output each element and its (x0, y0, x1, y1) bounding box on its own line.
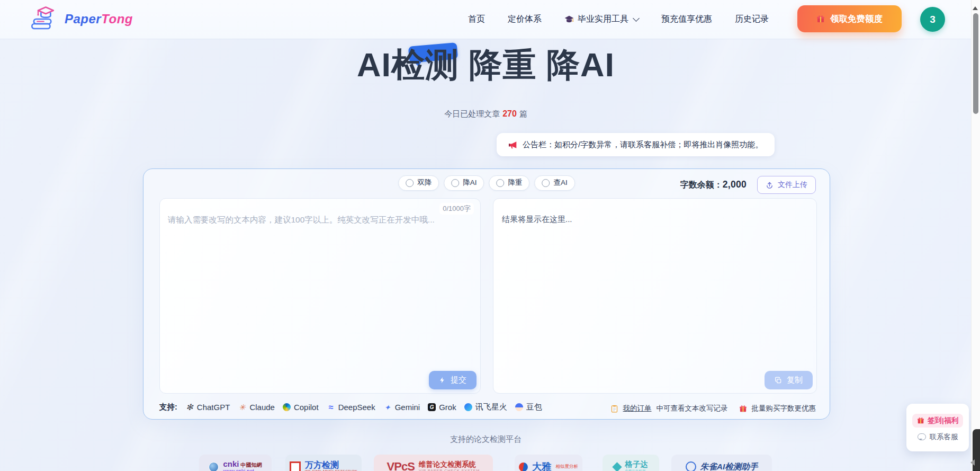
wanfang-icon (290, 461, 301, 471)
platform-vpcs-text: 维普论文检测系统 VIP PAPER CHECK SYSTEM (419, 461, 480, 471)
model-sparkdesk: 讯飞星火 (464, 402, 507, 412)
corner-widget[interactable] (973, 429, 980, 471)
source-textarea[interactable]: 0/1000字 请输入需要改写的文本内容，建议100字以上。纯英文改写正在开发中… (159, 198, 481, 394)
gift-icon (739, 405, 747, 413)
platform-title: 朱雀AI检测助手 (700, 461, 758, 471)
copy-button[interactable]: 复制 (765, 371, 813, 389)
nav-item-history[interactable]: 历史记录 (735, 14, 769, 25)
claude-icon (238, 403, 246, 412)
word-balance: 字数余额：2,000 (680, 179, 747, 191)
mode-label: 查AI (554, 178, 568, 188)
balance-and-upload: 字数余额：2,000 文件上传 (680, 176, 816, 194)
platform-daya: 大雅 相似度分析 (515, 455, 582, 471)
nav-item-grad-tools[interactable]: 毕业实用工具 (564, 14, 639, 25)
model-label: Claude (249, 403, 275, 412)
mode-option-check-ai[interactable]: 查AI (535, 175, 575, 191)
model-label: Gemini (395, 403, 420, 412)
model-label: 豆包 (526, 402, 542, 412)
bulk-purchase-text: 批量购买字数更优惠 (752, 404, 816, 413)
bolt-icon (439, 376, 446, 384)
scrollbar-track[interactable] (971, 0, 980, 471)
brand-paper: Paper (65, 12, 101, 26)
platform-vpcs: VPcS 维普论文检测系统 VIP PAPER CHECK SYSTEM (374, 455, 493, 471)
radio-icon (542, 179, 550, 187)
model-gemini: Gemini (383, 403, 420, 412)
input-placeholder: 请输入需要改写的文本内容，建议100字以上。纯英文改写正在开发中哦... (168, 215, 448, 226)
platform-sub: VIP PAPER CHECK SYSTEM (419, 469, 480, 471)
gift-icon (816, 15, 825, 23)
file-upload-label: 文件上传 (778, 180, 807, 190)
processed-count: 270 (502, 109, 517, 118)
checkin-label: 签到|福利 (928, 416, 958, 425)
grok-icon (428, 403, 436, 411)
platform-title: 维普论文检测系统 (419, 461, 476, 469)
submit-button[interactable]: 提交 (429, 371, 476, 389)
word-balance-value: 2,000 (723, 179, 747, 190)
floating-helper-card: 签到|福利 联系客服 (906, 404, 969, 451)
copy-label: 复制 (787, 375, 803, 385)
brand-name: PaperTong (65, 12, 133, 26)
mode-option-double-reduce[interactable]: 双降 (398, 175, 439, 191)
file-upload-button[interactable]: 文件上传 (757, 176, 816, 194)
platform-title: 大雅 (532, 460, 551, 471)
brand-tong: Tong (101, 12, 133, 26)
quota-count-badge[interactable]: 3 (920, 7, 945, 32)
model-doubao: 豆包 (515, 402, 542, 412)
model-copilot: Copilot (283, 403, 319, 412)
platform-sub: www.cnki.net (223, 468, 254, 471)
page-title: AI检测 降重 降AI (0, 42, 972, 88)
announcement-text: 公告栏：如积分/字数异常，请联系客服补偿；即将推出肖像照功能。 (523, 140, 763, 150)
openai-icon (185, 403, 194, 412)
mode-label: 双降 (417, 178, 431, 188)
nav-item-recharge[interactable]: 预充值享优惠 (661, 14, 712, 25)
claim-free-quota-button[interactable]: 领取免费额度 (797, 5, 902, 32)
doubao-icon (515, 403, 523, 411)
platform-gezida: 格子达 免费论文检测 (603, 455, 659, 471)
graduation-cap-icon (564, 15, 574, 23)
result-placeholder: 结果将显示在这里... (502, 215, 572, 225)
platform-abbr: VPcS (387, 460, 415, 471)
upload-icon (766, 181, 774, 189)
gezida-icon (613, 462, 622, 471)
mode-option-reduce-duplication[interactable]: 降重 (489, 175, 530, 191)
nav-item-home[interactable]: 首页 (468, 14, 485, 25)
brand[interactable]: PaperTong (28, 5, 133, 33)
radio-icon (451, 179, 459, 187)
platform-zhuque: 朱雀AI检测助手 (671, 455, 772, 471)
deepseek-icon (327, 403, 335, 412)
platform-title: 格子达 (625, 460, 648, 469)
rewrite-workspace-panel: 双降 降AI 降重 查AI 字数余额：2,000 (143, 168, 830, 420)
platform-gezida-text: 格子达 免费论文检测 (625, 460, 648, 471)
scrollbar-thumb[interactable] (973, 13, 978, 114)
mode-options: 双降 降AI 降重 查AI (398, 175, 575, 191)
model-chatgpt: ChatGPT (185, 403, 230, 412)
gift-icon (917, 417, 924, 424)
platform-abbr: cnki (223, 459, 239, 468)
chat-bubble-icon (918, 433, 926, 440)
word-balance-label: 字数余额： (680, 180, 723, 189)
claim-button-label: 领取免费额度 (830, 13, 883, 25)
radio-icon (406, 179, 413, 187)
model-label: 讯飞星火 (475, 402, 507, 412)
checkin-reward-button[interactable]: 签到|福利 (912, 414, 963, 428)
daya-icon (519, 463, 528, 471)
mode-option-reduce-ai[interactable]: 降AI (444, 175, 484, 191)
announcement-bar: 公告栏：如积分/字数异常，请联系客服补偿；即将推出肖像照功能。 (497, 133, 775, 156)
model-label: DeepSeek (338, 403, 375, 412)
mode-label: 降重 (508, 178, 523, 188)
result-panel: 结果将显示在这里... 复制 (493, 198, 817, 394)
platform-cnki: cnki中國知網 www.cnki.net (199, 455, 272, 471)
model-label: Copilot (294, 403, 319, 412)
zhuque-icon (686, 461, 696, 471)
model-deepseek: DeepSeek (327, 403, 375, 412)
my-orders-link[interactable]: 我的订单 (623, 404, 652, 413)
nav-item-pricing[interactable]: 定价体系 (508, 14, 542, 25)
contact-support-button[interactable]: 联系客服 (918, 432, 958, 442)
books-logo-icon (28, 5, 58, 33)
submit-label: 提交 (451, 375, 466, 385)
supported-models-row: 支持: ChatGPT Claude Copilot DeepSeek Gemi… (159, 402, 542, 412)
model-label: Grok (439, 403, 456, 412)
papertong-page: PaperTong 首页 定价体系 毕业实用工具 预充值享优惠 历史记录 (0, 0, 980, 471)
copy-icon (775, 377, 782, 384)
scrollbar-up-arrow-icon[interactable] (973, 4, 978, 10)
